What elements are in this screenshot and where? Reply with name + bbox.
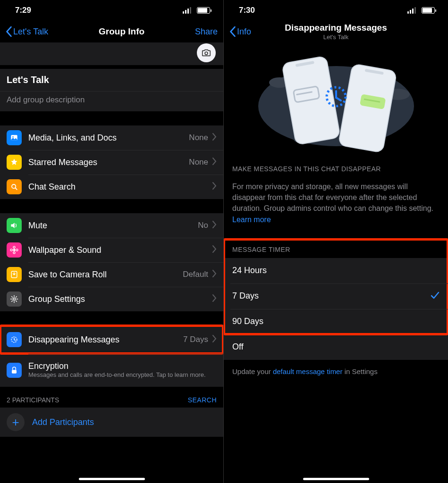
chevron-left-icon [229, 26, 236, 37]
starred-row[interactable]: Starred Messages None [0, 150, 223, 175]
option-label: 24 Hours [232, 266, 440, 275]
media-links-row[interactable]: Media, Links, and Docs None [0, 125, 223, 150]
back-button[interactable]: Let's Talk [6, 26, 48, 37]
description-text: For more privacy and storage, all new me… [232, 181, 440, 225]
share-button[interactable]: Share [195, 27, 218, 37]
svg-point-0 [205, 52, 208, 55]
search-icon [7, 179, 22, 194]
gear-icon [7, 291, 22, 307]
phones-illustration-icon [246, 50, 426, 158]
status-bar: 7:29 [0, 0, 223, 21]
row-label: Wallpaper & Sound [28, 245, 212, 255]
row-sublabel: Messages and calls are end-to-end encryp… [28, 371, 217, 379]
row-label: Starred Messages [28, 158, 189, 167]
chevron-right-icon [212, 221, 217, 230]
timer-options: 24 Hours 7 Days 90 Days [224, 258, 448, 334]
add-description-row[interactable]: Add group description [0, 91, 223, 111]
timer-option-7d[interactable]: 7 Days [224, 283, 448, 309]
status-indicators [183, 6, 210, 15]
row-label: Disappearing Messages [28, 335, 183, 345]
chevron-right-icon [212, 158, 217, 167]
nav-bar: Let's Talk Group Info Share [0, 21, 223, 42]
timer-icon [7, 332, 22, 347]
option-label: Off [232, 342, 440, 352]
chevron-right-icon [212, 245, 217, 255]
row-label: Save to Camera Roll [28, 270, 183, 280]
status-bar: 7:30 [224, 0, 448, 21]
cellular-icon [183, 7, 191, 14]
status-time: 7:29 [15, 6, 31, 15]
chevron-right-icon [212, 270, 217, 279]
add-participants-row[interactable]: + Add Participants [0, 408, 223, 437]
chevron-right-icon [212, 182, 217, 192]
star-icon [7, 155, 22, 170]
row-label: Media, Links, and Docs [28, 133, 189, 143]
mute-row[interactable]: Mute No [0, 213, 223, 238]
timer-off-group: Off [224, 334, 448, 360]
wallpaper-row[interactable]: Wallpaper & Sound [0, 238, 223, 262]
add-description-label: Add group description [7, 95, 85, 105]
save-camera-roll-row[interactable]: Save to Camera Roll Default [0, 262, 223, 287]
chevron-left-icon [6, 26, 12, 37]
disappearing-messages-row[interactable]: Disappearing Messages 7 Days [0, 325, 223, 354]
participants-count: 2 PARTICIPANTS [7, 396, 59, 404]
row-label: Mute [28, 221, 198, 231]
group-name-section: Let's Talk Add group description [0, 69, 223, 111]
svg-point-2 [12, 136, 14, 138]
option-label: 90 Days [232, 316, 440, 326]
encryption-row[interactable]: Encryption Messages and calls are end-to… [0, 354, 223, 387]
home-indicator[interactable] [79, 478, 145, 480]
svg-rect-12 [12, 370, 17, 374]
flower-icon [7, 242, 22, 258]
row-value: No [198, 221, 208, 230]
page-title: Group Info [99, 26, 144, 37]
checkmark-icon [430, 291, 440, 302]
svg-point-7 [10, 249, 12, 251]
back-label: Info [237, 27, 251, 37]
illustration [224, 42, 448, 165]
cellular-icon [407, 7, 416, 14]
back-label: Let's Talk [13, 27, 48, 37]
download-icon [7, 267, 22, 282]
footer-pre: Update your [232, 367, 273, 375]
page-title: Disappearing Messages [285, 23, 387, 33]
group-name-row[interactable]: Let's Talk [0, 69, 223, 91]
row-label: Encryption [28, 361, 217, 371]
battery-icon [197, 7, 210, 14]
row-value: None [189, 158, 208, 167]
timer-option-off[interactable]: Off [224, 334, 448, 360]
learn-more-link[interactable]: Learn more [232, 216, 271, 224]
privacy-section: Disappearing Messages 7 Days Encryption … [0, 325, 223, 387]
chat-search-row[interactable]: Chat Search [0, 175, 223, 199]
status-time: 7:30 [239, 6, 255, 15]
group-photo-strip [0, 42, 223, 65]
row-value: None [189, 133, 208, 142]
settings-section: Mute No Wallpaper & Sound Save to Camera… [0, 213, 223, 311]
add-participants-label: Add Participants [32, 417, 94, 427]
row-value: Default [183, 270, 208, 279]
participants-header: 2 PARTICIPANTS SEARCH [0, 396, 223, 408]
footer-note: Update your default message timer in Set… [224, 360, 448, 383]
photo-icon [7, 130, 22, 145]
media-section: Media, Links, and Docs None Starred Mess… [0, 125, 223, 199]
row-label: Chat Search [28, 182, 212, 192]
add-icon: + [7, 413, 25, 431]
timer-option-90d[interactable]: 90 Days [224, 309, 448, 334]
group-name: Let's Talk [7, 75, 49, 85]
timer-highlight: MESSAGE TIMER 24 Hours 7 Days 90 Days [224, 239, 448, 334]
chevron-right-icon [212, 294, 217, 304]
timer-option-24h[interactable]: 24 Hours [224, 258, 448, 283]
svg-point-4 [13, 249, 16, 251]
participants-search-button[interactable]: SEARCH [188, 396, 217, 404]
chevron-right-icon [212, 133, 217, 142]
description-block: MAKE MESSAGES IN THIS CHAT DISAPPEAR For… [224, 165, 448, 225]
home-indicator[interactable] [303, 478, 369, 480]
svg-point-8 [16, 249, 18, 251]
default-timer-link[interactable]: default message timer [273, 367, 343, 375]
back-button[interactable]: Info [229, 26, 251, 37]
lock-icon [7, 363, 22, 378]
edit-photo-button[interactable] [197, 43, 216, 62]
group-settings-row[interactable]: Group Settings [0, 287, 223, 311]
svg-point-5 [13, 246, 15, 248]
row-label: Group Settings [28, 294, 212, 304]
